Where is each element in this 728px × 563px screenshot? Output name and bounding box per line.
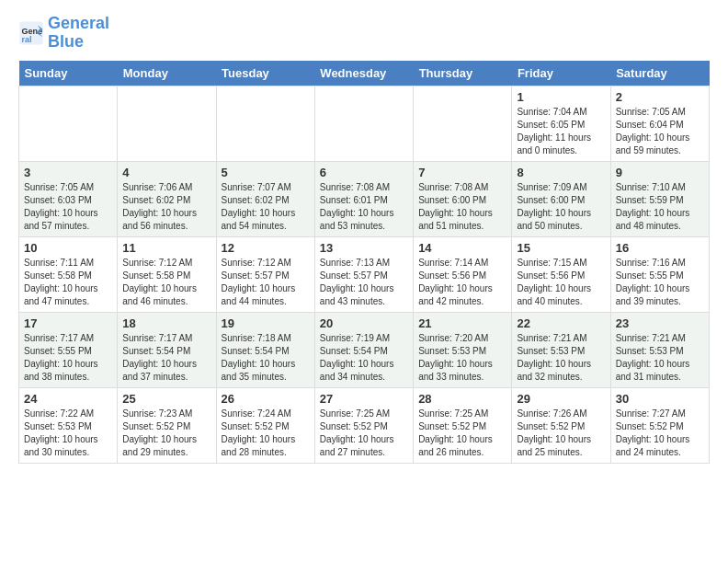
day-number: 29	[517, 392, 605, 406]
day-number: 3	[24, 166, 112, 179]
day-cell-2: 2Sunrise: 7:05 AM Sunset: 6:04 PM Daylig…	[610, 86, 709, 161]
day-number: 15	[517, 241, 605, 255]
day-info: Sunrise: 7:08 AM Sunset: 6:00 PM Dayligh…	[418, 181, 506, 233]
day-cell-28: 28Sunrise: 7:25 AM Sunset: 5:52 PM Dayli…	[414, 387, 512, 463]
logo: Gene ral GeneralBlue	[18, 15, 109, 52]
logo-text: GeneralBlue	[48, 15, 109, 52]
day-info: Sunrise: 7:05 AM Sunset: 6:03 PM Dayligh…	[24, 181, 112, 233]
day-info: Sunrise: 7:11 AM Sunset: 5:58 PM Dayligh…	[24, 257, 112, 308]
day-number: 20	[320, 316, 408, 330]
day-info: Sunrise: 7:25 AM Sunset: 5:52 PM Dayligh…	[320, 408, 408, 459]
day-info: Sunrise: 7:23 AM Sunset: 5:52 PM Dayligh…	[122, 408, 210, 459]
week-row-2: 3Sunrise: 7:05 AM Sunset: 6:03 PM Daylig…	[19, 161, 710, 236]
day-info: Sunrise: 7:18 AM Sunset: 5:54 PM Dayligh…	[222, 332, 310, 384]
day-number: 8	[517, 166, 605, 179]
week-row-1: 1Sunrise: 7:04 AM Sunset: 6:05 PM Daylig…	[19, 86, 710, 161]
day-cell-empty	[314, 86, 413, 161]
day-number: 16	[616, 241, 704, 255]
day-info: Sunrise: 7:09 AM Sunset: 6:00 PM Dayligh…	[517, 181, 605, 233]
day-info: Sunrise: 7:25 AM Sunset: 5:52 PM Dayligh…	[418, 408, 506, 459]
day-info: Sunrise: 7:26 AM Sunset: 5:52 PM Dayligh…	[517, 408, 605, 459]
day-cell-24: 24Sunrise: 7:22 AM Sunset: 5:53 PM Dayli…	[19, 387, 118, 463]
day-info: Sunrise: 7:15 AM Sunset: 5:56 PM Dayligh…	[517, 257, 605, 308]
weekday-header-sunday: Sunday	[19, 61, 118, 86]
day-number: 21	[418, 316, 506, 330]
day-cell-23: 23Sunrise: 7:21 AM Sunset: 5:53 PM Dayli…	[610, 312, 709, 387]
day-info: Sunrise: 7:13 AM Sunset: 5:57 PM Dayligh…	[320, 257, 408, 308]
logo-icon: Gene ral	[18, 20, 44, 46]
day-cell-30: 30Sunrise: 7:27 AM Sunset: 5:52 PM Dayli…	[610, 387, 709, 463]
day-cell-5: 5Sunrise: 7:07 AM Sunset: 6:02 PM Daylig…	[216, 161, 314, 236]
day-cell-8: 8Sunrise: 7:09 AM Sunset: 6:00 PM Daylig…	[512, 161, 610, 236]
day-info: Sunrise: 7:17 AM Sunset: 5:54 PM Dayligh…	[122, 332, 210, 384]
day-number: 9	[616, 166, 704, 179]
day-info: Sunrise: 7:10 AM Sunset: 5:59 PM Dayligh…	[616, 181, 704, 233]
day-cell-9: 9Sunrise: 7:10 AM Sunset: 5:59 PM Daylig…	[610, 161, 709, 236]
day-number: 25	[122, 392, 210, 406]
day-number: 4	[122, 166, 210, 179]
day-cell-7: 7Sunrise: 7:08 AM Sunset: 6:00 PM Daylig…	[414, 161, 512, 236]
day-cell-empty	[216, 86, 314, 161]
day-number: 5	[222, 166, 310, 179]
day-cell-22: 22Sunrise: 7:21 AM Sunset: 5:53 PM Dayli…	[512, 312, 610, 387]
day-info: Sunrise: 7:24 AM Sunset: 5:52 PM Dayligh…	[222, 408, 310, 459]
day-number: 13	[320, 241, 408, 255]
day-number: 24	[24, 392, 112, 406]
day-cell-4: 4Sunrise: 7:06 AM Sunset: 6:02 PM Daylig…	[118, 161, 216, 236]
day-number: 19	[222, 316, 310, 330]
day-cell-21: 21Sunrise: 7:20 AM Sunset: 5:53 PM Dayli…	[414, 312, 512, 387]
day-number: 10	[24, 241, 112, 255]
day-info: Sunrise: 7:19 AM Sunset: 5:54 PM Dayligh…	[320, 332, 408, 384]
day-info: Sunrise: 7:21 AM Sunset: 5:53 PM Dayligh…	[616, 332, 704, 384]
day-info: Sunrise: 7:08 AM Sunset: 6:01 PM Dayligh…	[320, 181, 408, 233]
day-info: Sunrise: 7:04 AM Sunset: 6:05 PM Dayligh…	[517, 106, 605, 157]
day-number: 23	[616, 316, 704, 330]
week-row-5: 24Sunrise: 7:22 AM Sunset: 5:53 PM Dayli…	[19, 387, 710, 463]
day-cell-20: 20Sunrise: 7:19 AM Sunset: 5:54 PM Dayli…	[314, 312, 413, 387]
day-info: Sunrise: 7:21 AM Sunset: 5:53 PM Dayligh…	[517, 332, 605, 384]
day-info: Sunrise: 7:12 AM Sunset: 5:57 PM Dayligh…	[222, 257, 310, 308]
day-cell-19: 19Sunrise: 7:18 AM Sunset: 5:54 PM Dayli…	[216, 312, 314, 387]
weekday-header-saturday: Saturday	[610, 61, 709, 86]
day-number: 14	[418, 241, 506, 255]
day-number: 7	[418, 166, 506, 179]
day-cell-11: 11Sunrise: 7:12 AM Sunset: 5:58 PM Dayli…	[118, 236, 216, 312]
day-info: Sunrise: 7:22 AM Sunset: 5:53 PM Dayligh…	[24, 408, 112, 459]
day-cell-6: 6Sunrise: 7:08 AM Sunset: 6:01 PM Daylig…	[314, 161, 413, 236]
day-info: Sunrise: 7:14 AM Sunset: 5:56 PM Dayligh…	[418, 257, 506, 308]
day-number: 11	[122, 241, 210, 255]
weekday-header-tuesday: Tuesday	[216, 61, 314, 86]
day-cell-empty	[118, 86, 216, 161]
calendar-table: SundayMondayTuesdayWednesdayThursdayFrid…	[18, 61, 710, 464]
day-number: 2	[616, 90, 704, 104]
day-cell-25: 25Sunrise: 7:23 AM Sunset: 5:52 PM Dayli…	[118, 387, 216, 463]
day-info: Sunrise: 7:20 AM Sunset: 5:53 PM Dayligh…	[418, 332, 506, 384]
day-number: 28	[418, 392, 506, 406]
weekday-header-monday: Monday	[118, 61, 216, 86]
day-cell-10: 10Sunrise: 7:11 AM Sunset: 5:58 PM Dayli…	[19, 236, 118, 312]
weekday-header-row: SundayMondayTuesdayWednesdayThursdayFrid…	[19, 61, 710, 86]
week-row-4: 17Sunrise: 7:17 AM Sunset: 5:55 PM Dayli…	[19, 312, 710, 387]
day-number: 30	[616, 392, 704, 406]
day-cell-18: 18Sunrise: 7:17 AM Sunset: 5:54 PM Dayli…	[118, 312, 216, 387]
day-cell-13: 13Sunrise: 7:13 AM Sunset: 5:57 PM Dayli…	[314, 236, 413, 312]
day-number: 18	[122, 316, 210, 330]
day-number: 17	[24, 316, 112, 330]
svg-text:ral: ral	[22, 35, 32, 44]
day-number: 12	[222, 241, 310, 255]
day-cell-1: 1Sunrise: 7:04 AM Sunset: 6:05 PM Daylig…	[512, 86, 610, 161]
day-number: 27	[320, 392, 408, 406]
day-cell-26: 26Sunrise: 7:24 AM Sunset: 5:52 PM Dayli…	[216, 387, 314, 463]
day-info: Sunrise: 7:06 AM Sunset: 6:02 PM Dayligh…	[122, 181, 210, 233]
day-info: Sunrise: 7:07 AM Sunset: 6:02 PM Dayligh…	[222, 181, 310, 233]
day-info: Sunrise: 7:27 AM Sunset: 5:52 PM Dayligh…	[616, 408, 704, 459]
day-number: 1	[517, 90, 605, 104]
page-header: Gene ral GeneralBlue	[18, 15, 710, 52]
weekday-header-wednesday: Wednesday	[314, 61, 413, 86]
weekday-header-thursday: Thursday	[414, 61, 512, 86]
day-number: 22	[517, 316, 605, 330]
page-container: Gene ral GeneralBlue SundayMondayTuesday…	[0, 0, 728, 478]
day-cell-15: 15Sunrise: 7:15 AM Sunset: 5:56 PM Dayli…	[512, 236, 610, 312]
day-info: Sunrise: 7:05 AM Sunset: 6:04 PM Dayligh…	[616, 106, 704, 157]
day-number: 26	[222, 392, 310, 406]
